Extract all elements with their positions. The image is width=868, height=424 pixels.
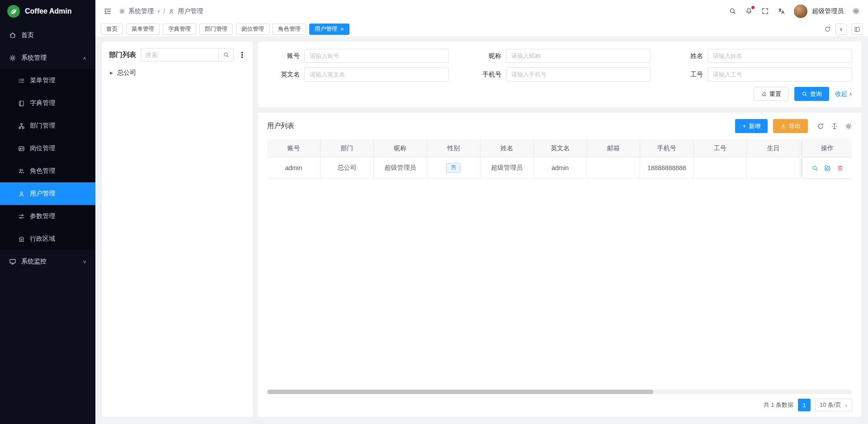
search-icon[interactable] (729, 7, 736, 15)
column-header: 英文名 (534, 139, 587, 157)
sidebar-item-label: 部门管理 (30, 122, 55, 130)
sidebar-group-monitor[interactable]: 系统监控 ∨ (0, 250, 95, 273)
collapse-form-link[interactable]: 收起 ∧ (835, 90, 852, 98)
more-vertical-icon[interactable]: ⋮ (238, 51, 246, 59)
tab-home[interactable]: 首页 (101, 24, 123, 35)
tab-user-mgmt[interactable]: 用户管理 × (309, 24, 349, 35)
tree-node-label: 总公司 (117, 69, 136, 77)
view-icon[interactable] (811, 165, 818, 172)
form-item-nickname: 昵称 (469, 49, 651, 63)
sidebar-item-dict-mgmt[interactable]: 字典管理 (0, 92, 95, 114)
add-user-button[interactable]: + 新增 (735, 119, 768, 133)
form-item-account: 账号 (267, 49, 449, 63)
sidebar-item-label: 菜单管理 (30, 76, 55, 85)
delete-icon[interactable] (837, 165, 844, 172)
tab-dept-mgmt[interactable]: 部门管理 (199, 24, 233, 35)
search-icon[interactable] (218, 48, 234, 62)
sidebar-item-region-mgmt[interactable]: 行政区域 (0, 228, 95, 250)
breadcrumb-separator: / (163, 8, 165, 15)
tab-label: 用户管理 (315, 25, 337, 33)
edit-icon[interactable] (824, 165, 831, 172)
column-header-actions: 操作 (802, 139, 852, 157)
search-icon (802, 91, 807, 97)
tab-label: 字典管理 (168, 25, 191, 33)
topbar: 系统管理 ∨ / 用户管理 超级管理员 (95, 0, 868, 22)
app-title: Coffee Admin (25, 7, 71, 15)
phone-input[interactable] (506, 67, 651, 81)
page-size-select[interactable]: 10 条/页 ∨ (815, 399, 852, 411)
id-card-icon (18, 145, 25, 152)
refresh-icon[interactable] (824, 26, 831, 33)
english-name-input[interactable] (304, 67, 449, 81)
cell-name: 超级管理员 (481, 157, 534, 179)
table-row: admin 总公司 超级管理员 男 超级管理员 admin 1888888888… (267, 157, 852, 179)
tab-label: 岗位管理 (241, 25, 264, 33)
page-number-button[interactable]: 1 (798, 399, 811, 411)
row-actions (811, 165, 844, 172)
export-button[interactable]: 导出 (773, 119, 808, 133)
sidebar-item-user-mgmt[interactable]: 用户管理 (0, 182, 95, 205)
monitor-icon (9, 258, 16, 265)
column-header: 邮箱 (587, 139, 640, 157)
form-item-name: 姓名 (670, 49, 852, 63)
nickname-input[interactable] (506, 49, 651, 63)
department-icon (18, 123, 25, 129)
export-label: 导出 (789, 122, 801, 130)
table-toolbar: + 新增 导出 (735, 119, 852, 133)
sidebar-item-role-mgmt[interactable]: 角色管理 (0, 160, 95, 182)
gear-icon[interactable] (845, 123, 852, 130)
pagination-total: 共 1 条数据 (764, 401, 793, 409)
cell-email (587, 157, 640, 179)
chevron-down-icon[interactable]: ∨ (157, 9, 160, 14)
tab-dict-mgmt[interactable]: 字典管理 (163, 24, 196, 35)
sidebar-item-dept-mgmt[interactable]: 部门管理 (0, 114, 95, 137)
column-width-icon[interactable] (831, 123, 838, 130)
cell-birthday (747, 157, 800, 179)
account-input[interactable] (304, 49, 449, 63)
tree-expand-icon[interactable]: ▶ (110, 71, 113, 75)
query-button[interactable]: 查询 (794, 87, 829, 101)
avatar[interactable] (794, 5, 807, 18)
sidebar-item-post-mgmt[interactable]: 岗位管理 (0, 137, 95, 160)
tab-post-mgmt[interactable]: 岗位管理 (236, 24, 269, 35)
tab-tools: ∨ (824, 24, 863, 35)
username[interactable]: 超级管理员 (812, 7, 844, 15)
tab-label: 菜单管理 (132, 25, 154, 33)
reset-button[interactable]: 重置 (754, 87, 788, 101)
bell-icon[interactable] (745, 7, 753, 15)
tab-role-mgmt[interactable]: 角色管理 (273, 24, 306, 35)
translate-icon[interactable] (778, 7, 785, 15)
sidebar-item-menu-mgmt[interactable]: 菜单管理 (0, 69, 95, 92)
breadcrumb-current: 用户管理 (178, 7, 203, 15)
breadcrumb-parent[interactable]: 系统管理 (128, 7, 154, 15)
gear-icon[interactable] (852, 7, 860, 15)
chevron-down-icon: ∨ (839, 26, 843, 32)
tab-menu-mgmt[interactable]: 菜单管理 (126, 24, 160, 35)
sidebar-item-home[interactable]: 首页 (0, 24, 95, 47)
collapse-sidebar-icon[interactable] (104, 7, 112, 15)
column-header: 部门 (321, 139, 374, 157)
close-icon[interactable]: × (340, 26, 344, 32)
field-label: 英文名 (267, 71, 300, 79)
horizontal-scrollbar-thumb[interactable] (267, 390, 653, 394)
fullscreen-icon[interactable] (761, 7, 769, 15)
tab-label: 部门管理 (205, 25, 227, 33)
tree-node-root[interactable]: ▶ 总公司 (109, 69, 246, 77)
name-input[interactable] (708, 49, 852, 63)
column-header: 手机号 (640, 139, 693, 157)
sidebar-menu: 首页 系统管理 ∧ 菜单管理 字典管理 部门管理 岗位管理 (0, 22, 95, 424)
department-search-input[interactable] (141, 48, 218, 62)
tab-label: 首页 (106, 25, 118, 33)
sidebar-item-param-mgmt[interactable]: 参数管理 (0, 205, 95, 228)
job-number-input[interactable] (708, 67, 852, 81)
query-label: 查询 (810, 90, 822, 98)
tab-dropdown-button[interactable]: ∨ (835, 24, 847, 35)
search-form-card: 账号 昵称 姓名 英文名 (258, 42, 861, 107)
cell-account: admin (267, 157, 321, 179)
refresh-icon[interactable] (817, 123, 824, 130)
dictionary-icon (18, 100, 25, 107)
layout-icon[interactable] (851, 24, 863, 35)
right-column: 账号 昵称 姓名 英文名 (258, 42, 861, 417)
horizontal-scrollbar-track[interactable] (267, 390, 852, 394)
sidebar-group-system[interactable]: 系统管理 ∧ (0, 47, 95, 69)
